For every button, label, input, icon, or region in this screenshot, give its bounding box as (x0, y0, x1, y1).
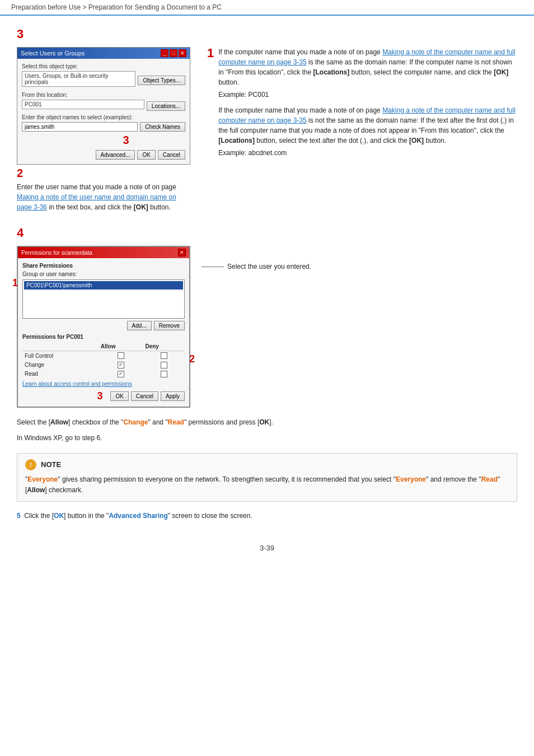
note-header-text: NOTE (41, 459, 61, 471)
perm-name-col (22, 342, 99, 351)
perm-deny-col: Deny (143, 342, 185, 351)
section4-number: 4 (17, 226, 517, 240)
check-names-button[interactable]: Check Names (140, 122, 185, 132)
perm-row-fullcontrol: Full Control (22, 351, 185, 361)
change-deny-cb[interactable] (161, 362, 167, 368)
perm-row-read: Read (22, 370, 185, 379)
para1: If the computer name that you made a not… (218, 47, 517, 87)
select-type-value: Users, Groups, or Built-in security prin… (22, 71, 135, 87)
from-location-label: From this location: (22, 92, 185, 98)
minimize-btn[interactable]: _ (161, 49, 168, 57)
share-permissions-label: Share Permissions (22, 263, 185, 269)
step1-dialog-overlay: 1 (12, 277, 18, 289)
breadcrumb-text: Preparation before Use > Preparation for… (11, 3, 222, 11)
step2-label: 2 (17, 167, 190, 180)
step3-dialog-overlay: 3 (97, 390, 102, 402)
select-users-dialog: Select Users or Groups _ □ ✕ Select this… (17, 47, 190, 165)
object-types-button[interactable]: Object Types... (138, 76, 185, 85)
read-allow-cb[interactable] (118, 371, 124, 377)
access-control-link[interactable]: Learn about access control and permissio… (22, 381, 185, 387)
select-type-label: Select this object type: (22, 63, 185, 69)
example1: Example: PC001 (218, 90, 517, 100)
perm-close-btn[interactable]: ✕ (178, 249, 186, 256)
step5-line: 5 Click the [OK] button in the "Advanced… (17, 511, 517, 521)
advanced-button[interactable]: Advanced... (96, 150, 135, 160)
close-btn[interactable]: ✕ (179, 49, 186, 57)
group-label: Group or user names: (22, 271, 185, 277)
read-deny-cb[interactable] (161, 371, 167, 377)
example2: Example: abcdnet.com (218, 148, 517, 158)
step3-overlay: 3 (67, 134, 185, 147)
svg-text:!: ! (30, 462, 31, 468)
change-allow-cb[interactable] (118, 362, 124, 368)
connector-line (202, 267, 224, 267)
para2: If the computer name that you made a not… (218, 105, 517, 146)
connector-label: Select the user you entered. (227, 263, 311, 270)
perm-cancel-button[interactable]: Cancel (131, 391, 158, 401)
section4-desc: Select the [Allow] checkbox of the "Chan… (17, 417, 517, 428)
page-number: 3-39 (17, 544, 517, 552)
permissions-for-label: Permissions for PC001 (22, 334, 185, 340)
section3-desc: Enter the user name that you made a note… (17, 182, 190, 212)
step1-right-label: 1 (207, 47, 214, 158)
fullcontrol-allow-cb[interactable] (118, 352, 124, 359)
perm-change-label: Change (22, 360, 99, 369)
ok-button[interactable]: OK (137, 150, 155, 160)
from-location-value: PC001 (22, 100, 144, 109)
perm-fullcontrol-label: Full Control (22, 351, 99, 361)
note-box: ! NOTE "Everyone" gives sharing permissi… (17, 453, 517, 502)
note-icon: ! (25, 459, 36, 470)
permissions-dialog: Permissions for scannerdata ✕ Share Perm… (17, 246, 190, 408)
permissions-title: Permissions for scannerdata (21, 250, 92, 256)
user-list-item[interactable]: PC001\PC001\jamessmith (24, 281, 183, 290)
dialog-title-buttons: _ □ ✕ (161, 49, 186, 57)
user-listbox[interactable]: PC001\PC001\jamessmith (22, 279, 185, 319)
dialog-title: Select Users or Groups (21, 50, 85, 57)
step2-dialog-overlay: 2 (189, 353, 195, 365)
perm-apply-button[interactable]: Apply (161, 391, 185, 401)
note-para: "Everyone" gives sharing permission to e… (25, 474, 509, 496)
enter-names-input[interactable] (22, 122, 138, 132)
perm-allow-col: Allow (99, 342, 143, 351)
perm-row-change: Change (22, 360, 185, 369)
section4-xp-note: In Windows XP, go to step 6. (17, 432, 517, 444)
fullcontrol-deny-cb[interactable] (161, 352, 167, 359)
cancel-button[interactable]: Cancel (158, 150, 185, 160)
maximize-btn[interactable]: □ (170, 49, 177, 57)
locations-button[interactable]: Locations... (147, 101, 185, 111)
add-button[interactable]: Add... (127, 321, 152, 330)
perm-read-label: Read (22, 370, 99, 379)
permissions-titlebar: Permissions for scannerdata ✕ (18, 247, 189, 258)
section3-right-text: 1 If the computer name that you made a n… (207, 47, 517, 212)
breadcrumb: Preparation before Use > Preparation for… (0, 0, 534, 16)
remove-button[interactable]: Remove (154, 321, 185, 330)
dialog-titlebar: Select Users or Groups _ □ ✕ (17, 48, 190, 59)
permissions-table: Allow Deny Full Control (22, 342, 185, 379)
enter-names-label: Enter the object names to select (exampl… (22, 114, 185, 120)
perm-ok-button[interactable]: OK (110, 391, 128, 401)
section3-number: 3 (17, 27, 517, 41)
